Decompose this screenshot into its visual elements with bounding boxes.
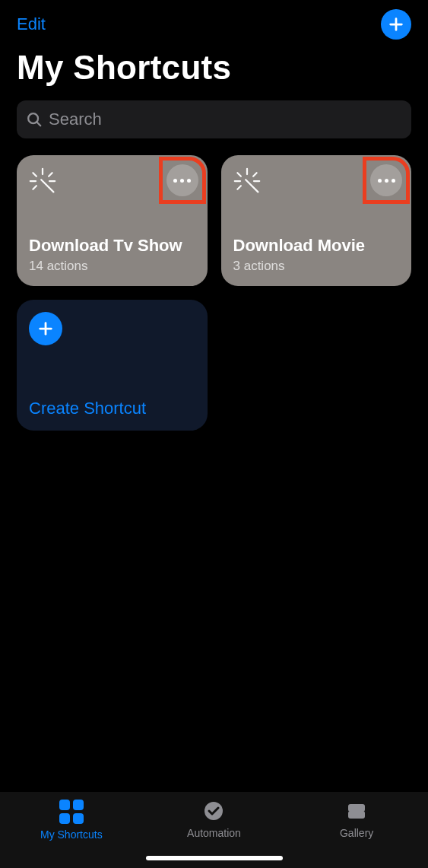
plus-circle-icon <box>29 312 62 345</box>
svg-line-5 <box>33 173 36 176</box>
svg-line-12 <box>237 173 241 176</box>
add-shortcut-button[interactable] <box>381 9 411 40</box>
highlight-box <box>363 157 410 204</box>
shortcut-subtitle: 3 actions <box>233 259 400 274</box>
plus-icon <box>37 320 54 337</box>
more-icon <box>378 179 395 183</box>
highlight-box <box>159 157 206 204</box>
tab-label: Automation <box>187 827 241 839</box>
svg-rect-22 <box>348 811 365 819</box>
edit-button[interactable]: Edit <box>17 14 46 34</box>
shortcut-subtitle: 14 actions <box>29 259 195 274</box>
tab-bar: My Shortcuts Automation Gallery <box>0 792 428 868</box>
shortcuts-grid: Download Tv Show 14 actions Download Mov… <box>0 155 428 431</box>
shortcut-title: Download Movie <box>233 236 400 256</box>
svg-line-3 <box>36 122 40 126</box>
svg-line-6 <box>49 173 52 176</box>
automation-icon <box>201 800 227 822</box>
svg-line-16 <box>237 186 241 189</box>
home-indicator[interactable] <box>146 856 283 860</box>
more-options-button[interactable] <box>166 164 198 196</box>
more-icon <box>173 179 191 183</box>
more-options-button[interactable] <box>370 164 402 196</box>
shortcut-title: Download Tv Show <box>29 236 195 256</box>
gallery-icon <box>344 800 369 822</box>
create-shortcut-label: Create Shortcut <box>29 399 195 418</box>
wand-icon <box>233 167 261 195</box>
svg-rect-21 <box>348 804 365 812</box>
shortcut-card[interactable]: Download Tv Show 14 actions <box>17 155 208 286</box>
grid-icon <box>59 800 84 824</box>
shortcut-card[interactable]: Download Movie 3 actions <box>221 155 412 286</box>
search-placeholder: Search <box>49 110 102 129</box>
search-input[interactable]: Search <box>17 100 411 138</box>
svg-line-13 <box>253 173 257 176</box>
top-bar: Edit <box>0 0 428 46</box>
svg-line-9 <box>33 186 36 189</box>
wand-icon <box>29 167 56 195</box>
tab-automation[interactable]: Automation <box>153 800 274 839</box>
tab-label: Gallery <box>340 827 373 839</box>
plus-icon <box>388 16 404 33</box>
search-icon <box>26 111 43 128</box>
create-shortcut-card[interactable]: Create Shortcut <box>17 300 208 431</box>
tab-label: My Shortcuts <box>40 828 103 841</box>
tab-gallery[interactable]: Gallery <box>296 800 417 839</box>
page-title: My Shortcuts <box>0 46 428 100</box>
tab-my-shortcuts[interactable]: My Shortcuts <box>11 800 132 841</box>
